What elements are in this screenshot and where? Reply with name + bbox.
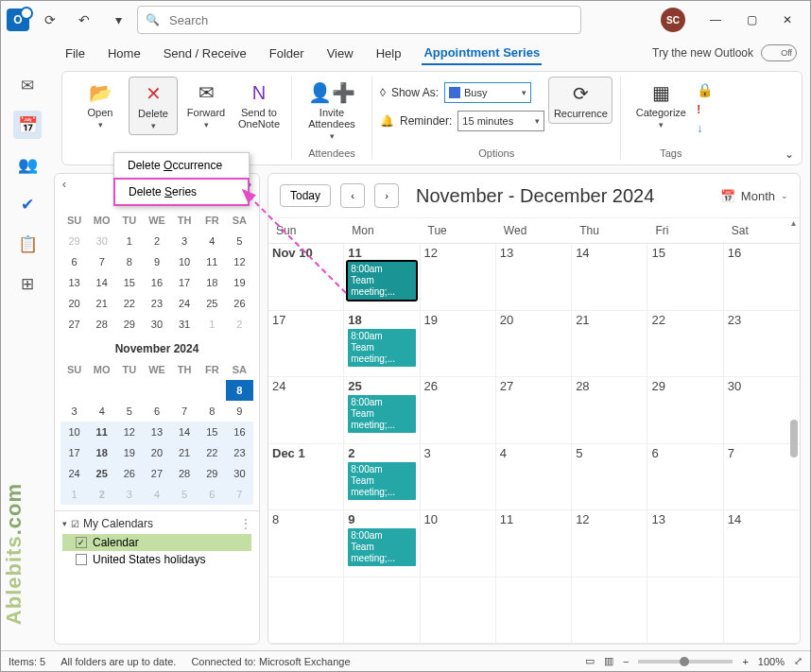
mini-day[interactable]: 25 — [198, 293, 226, 314]
menu-help[interactable]: Help — [374, 43, 404, 64]
search-input[interactable] — [167, 12, 573, 28]
mini-day[interactable]: 18 — [198, 272, 226, 293]
next-period-button[interactable]: › — [374, 183, 399, 208]
day-cell[interactable]: 13 — [496, 244, 572, 310]
mini-day[interactable] — [143, 380, 170, 401]
checkbox-icon[interactable] — [76, 554, 87, 565]
priority-high-icon[interactable]: ↓ — [697, 122, 713, 135]
priority-low-icon[interactable]: ! — [697, 103, 713, 116]
show-as-select[interactable]: Busy ▾ — [444, 82, 531, 103]
mini-day[interactable]: 24 — [171, 293, 198, 314]
mini-day[interactable]: 7 — [171, 401, 198, 422]
mini-day[interactable]: 6 — [198, 484, 226, 505]
mini-day[interactable]: 29 — [60, 231, 88, 251]
day-cell[interactable]: 26 — [421, 377, 496, 443]
mini-day[interactable]: 9 — [143, 251, 170, 272]
expand-icon[interactable]: ⤢ — [794, 655, 802, 667]
day-cell[interactable]: 5 — [572, 444, 647, 510]
mini-day[interactable]: 1 — [115, 231, 143, 251]
mini-day[interactable]: 12 — [115, 422, 143, 442]
mini-day[interactable]: 12 — [226, 251, 253, 272]
view-reading-icon[interactable]: ▥ — [604, 655, 613, 667]
mini-day[interactable]: 16 — [143, 272, 170, 293]
day-cell[interactable]: Dec 1 — [268, 444, 344, 510]
mini-day[interactable]: 10 — [171, 251, 198, 272]
day-cell[interactable]: 28:00amTeammeeting;... — [344, 444, 420, 510]
day-cell[interactable]: 27 — [496, 377, 572, 443]
mini-day[interactable]: 15 — [198, 422, 226, 442]
mini-day[interactable]: 3 — [115, 484, 143, 505]
menu-home[interactable]: Home — [106, 43, 143, 64]
mini-day[interactable]: 13 — [143, 422, 170, 442]
calendar-event[interactable]: 8:00amTeammeeting;... — [348, 395, 415, 433]
mini-day[interactable]: 11 — [88, 422, 115, 442]
mini-day[interactable] — [60, 380, 88, 401]
day-cell[interactable]: 10 — [421, 510, 496, 577]
mini-day[interactable]: 28 — [88, 314, 115, 335]
calendar-event[interactable]: 8:00amTeammeeting;... — [348, 462, 415, 500]
menu-file[interactable]: File — [63, 43, 87, 64]
rail-notes-icon[interactable]: 📋 — [13, 230, 42, 258]
mini-day[interactable]: 25 — [88, 463, 115, 484]
avatar[interactable]: SC — [661, 8, 685, 32]
mini-day[interactable]: 2 — [143, 231, 170, 251]
mini-day[interactable] — [198, 380, 226, 401]
try-new-outlook-toggle[interactable]: Off — [761, 44, 797, 61]
day-cell[interactable]: 12 — [421, 244, 496, 310]
recurrence-button[interactable]: ⟳ Recurrence — [548, 77, 613, 124]
scrollbar-thumb[interactable] — [790, 420, 798, 457]
mini-day[interactable]: 4 — [88, 401, 115, 422]
day-cell[interactable]: 188:00amTeammeeting;... — [344, 311, 420, 377]
categorize-button[interactable]: ▦ Categorize▾ — [629, 77, 693, 133]
menu-view[interactable]: View — [325, 43, 355, 64]
mini-day[interactable]: 8 — [198, 401, 226, 422]
today-button[interactable]: Today — [280, 184, 331, 207]
rail-todo-icon[interactable]: ✔ — [13, 190, 42, 218]
zoom-out-icon[interactable]: − — [623, 656, 629, 667]
mini-day[interactable]: 1 — [198, 314, 226, 335]
day-cell[interactable]: 17 — [268, 311, 344, 377]
prev-mini-month-icon[interactable]: ‹ — [62, 178, 66, 191]
menu-send-receive[interactable]: Send / Receive — [162, 43, 249, 64]
calendar-row-calendar[interactable]: ✓ Calendar — [62, 534, 251, 551]
day-cell[interactable]: 3 — [421, 444, 496, 510]
day-cell[interactable]: 4 — [496, 444, 572, 510]
my-calendars-header[interactable]: ▾ ☑ My Calendars ⋮ — [62, 517, 251, 530]
mini-day[interactable]: 10 — [60, 422, 88, 442]
mini-day[interactable]: 19 — [115, 442, 143, 463]
day-cell[interactable]: 14 — [724, 510, 800, 577]
day-cell[interactable]: 24 — [268, 377, 344, 443]
open-button[interactable]: 📂 Open▾ — [76, 77, 125, 133]
mini-day[interactable]: 16 — [226, 422, 253, 442]
mini-day[interactable]: 7 — [226, 484, 253, 505]
day-cell[interactable]: 20 — [496, 311, 572, 377]
mini-day[interactable]: 7 — [88, 251, 115, 272]
mini-day[interactable]: 28 — [171, 463, 198, 484]
invite-attendees-button[interactable]: 👤➕ Invite Attendees▾ — [300, 77, 364, 145]
day-cell[interactable] — [496, 577, 572, 644]
mini-day[interactable]: 3 — [60, 401, 88, 422]
day-cell[interactable] — [344, 577, 420, 644]
day-cell[interactable]: 258:00amTeammeeting;... — [344, 377, 420, 443]
day-cell[interactable]: 15 — [647, 244, 723, 310]
mini-day[interactable]: 22 — [198, 442, 226, 463]
day-cell[interactable]: 13 — [647, 510, 723, 577]
mini-day[interactable]: 17 — [60, 442, 88, 463]
day-cell[interactable]: 8 — [268, 510, 344, 577]
mini-day[interactable]: 3 — [171, 231, 198, 251]
search-box[interactable]: 🔍 — [137, 6, 581, 34]
mini-day[interactable]: 5 — [115, 401, 143, 422]
rail-mail-icon[interactable]: ✉ — [13, 71, 42, 99]
mini-day[interactable]: 23 — [143, 293, 170, 314]
ribbon-collapse-icon[interactable]: ⌄ — [785, 147, 794, 161]
day-cell[interactable]: 118:00amTeammeeting;... — [344, 244, 420, 310]
drag-handle-icon[interactable]: ⋮ — [240, 517, 251, 530]
day-cell[interactable]: 98:00amTeammeeting;... — [344, 510, 420, 577]
mini-day[interactable]: 9 — [226, 401, 253, 422]
mini-day[interactable]: 8 — [226, 380, 253, 401]
day-cell[interactable] — [647, 577, 723, 644]
scroll-up-icon[interactable]: ▴ — [791, 217, 796, 228]
rail-apps-icon[interactable]: ⊞ — [13, 269, 42, 298]
day-cell[interactable]: 14 — [572, 244, 647, 310]
day-cell[interactable]: 19 — [421, 311, 496, 377]
